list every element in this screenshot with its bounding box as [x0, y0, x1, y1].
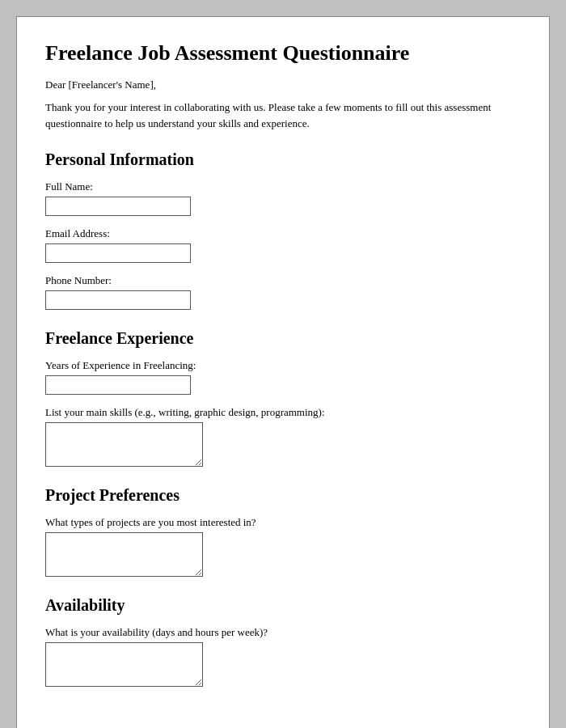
greeting: Dear [Freelancer's Name], — [45, 78, 521, 91]
label-skills: List your main skills (e.g., writing, gr… — [45, 406, 521, 419]
label-years: Years of Experience in Freelancing: — [45, 359, 521, 372]
input-full-name[interactable] — [45, 197, 191, 216]
section-project-preferences: Project Preferences What types of projec… — [45, 486, 521, 577]
field-group-availability: What is your availability (days and hour… — [45, 626, 521, 687]
field-group-skills: List your main skills (e.g., writing, gr… — [45, 406, 521, 467]
input-phone[interactable] — [45, 290, 191, 310]
label-phone: Phone Number: — [45, 274, 521, 287]
input-email[interactable] — [45, 243, 191, 263]
input-projects[interactable] — [45, 532, 203, 577]
section-heading-experience: Freelance Experience — [45, 329, 521, 348]
section-availability: Availability What is your availability (… — [45, 596, 521, 687]
input-skills[interactable] — [45, 422, 203, 467]
page-title: Freelance Job Assessment Questionnaire — [45, 41, 521, 66]
section-freelance-experience: Freelance Experience Years of Experience… — [45, 329, 521, 467]
label-email: Email Address: — [45, 227, 521, 240]
field-group-projects: What types of projects are you most inte… — [45, 516, 521, 577]
page: Freelance Job Assessment Questionnaire D… — [16, 16, 550, 728]
label-projects: What types of projects are you most inte… — [45, 516, 521, 529]
section-personal-information: Personal Information Full Name: Email Ad… — [45, 150, 521, 310]
field-group-phone: Phone Number: — [45, 274, 521, 310]
section-heading-preferences: Project Preferences — [45, 486, 521, 505]
input-years[interactable] — [45, 375, 191, 395]
label-availability: What is your availability (days and hour… — [45, 626, 521, 639]
label-full-name: Full Name: — [45, 180, 521, 193]
section-heading-availability: Availability — [45, 596, 521, 615]
field-group-email: Email Address: — [45, 227, 521, 263]
field-group-full-name: Full Name: — [45, 180, 521, 216]
section-heading-personal: Personal Information — [45, 150, 521, 169]
intro-text: Thank you for your interest in collabora… — [45, 99, 521, 131]
input-availability[interactable] — [45, 642, 203, 687]
field-group-years: Years of Experience in Freelancing: — [45, 359, 521, 395]
